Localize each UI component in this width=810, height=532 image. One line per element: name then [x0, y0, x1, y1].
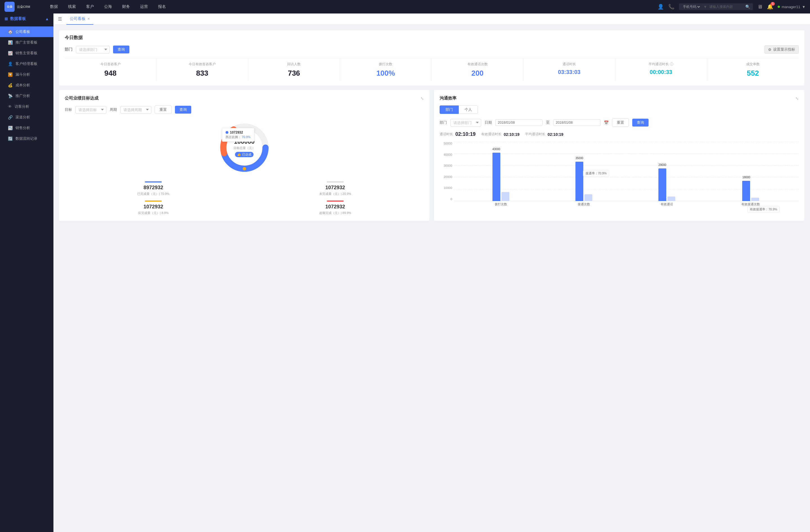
goal-stat-incomplete: 1072932 未完成量（元）| 20.9% [247, 181, 424, 196]
sidebar-item-promo[interactable]: 📡 推广分析 [0, 90, 53, 101]
notification-badge: 5 [771, 2, 775, 6]
goal-expand-icon[interactable]: ⤡ [420, 96, 424, 101]
date-to-input[interactable] [553, 119, 600, 126]
eff-expand-icon[interactable]: ⤡ [795, 96, 799, 101]
nav-ops[interactable]: 运营 [138, 3, 150, 11]
user-profile-icon[interactable]: 👤 [658, 4, 664, 10]
goal-stat-label-3: 超额完成（元）| 89.9% [247, 211, 424, 215]
goal-query-button[interactable]: 查询 [175, 106, 191, 114]
nav-finance[interactable]: 财务 [120, 3, 132, 11]
sidebar-item-data-flow[interactable]: 🔄 数据流转记录 [0, 133, 53, 144]
stat-label-0: 今日首咨客户 [67, 62, 154, 67]
stat-avg-duration: 平均通话时长 ⓘ 00:00:33 [615, 59, 707, 81]
sidebar-label-4: 漏斗分析 [15, 72, 30, 77]
stat-deals: 成交单数 552 [707, 59, 799, 81]
sidebar-icon-4: 🔽 [8, 72, 13, 77]
eff-reset-button[interactable]: 重置 [612, 118, 629, 127]
goal-bar-should [145, 200, 162, 202]
donut-chart: 1072932 所占比例： 70.9% [216, 119, 273, 176]
goal-stat-should-complete: 1072932 应完成量（元）| 8.9% [65, 200, 242, 215]
nav-data[interactable]: 数据 [48, 3, 60, 11]
user-dropdown-icon[interactable]: ▼ [802, 5, 806, 9]
time-stat-avg: 平均通话时长 02:10:19 [525, 132, 563, 137]
stat-value-5: 03:33:03 [526, 69, 613, 76]
top-nav: 云朵 云朵CRM 数据 线索 客户 公海 财务 运营 报名 👤 📞 手机号码 ▼… [0, 0, 810, 14]
tab-company-board[interactable]: 公司看板 ✕ [66, 14, 93, 25]
bar-chart-area: 50000 40000 30000 20000 10000 0 [440, 142, 799, 215]
bar-1b [501, 192, 509, 201]
donut-center-badge: 👍 已达成 [235, 152, 254, 157]
sidebar-item-promo-mgr[interactable]: 📊 推广主管看板 [0, 37, 53, 48]
tab-close-icon[interactable]: ✕ [87, 17, 90, 21]
donut-area: 1072932 所占比例： 70.9% [65, 119, 424, 176]
phone-icon[interactable]: 📞 [668, 4, 675, 10]
goal-reset-button[interactable]: 重置 [155, 105, 172, 114]
bar-label-3a: 29000 [659, 163, 666, 166]
nav-right: 👤 📞 手机号码 ▼ 🔍 🖥 🔔 5 manager11 ▼ [658, 3, 806, 10]
sidebar-label-5: 成本分析 [15, 83, 30, 88]
goal-filter: 目标 请选择目标 周期 请选择周期 重置 查询 [65, 105, 424, 114]
search-type-select[interactable]: 手机号码 [682, 4, 701, 9]
logo-text: 云朵CRM [17, 5, 30, 9]
y-40000: 40000 [443, 153, 452, 156]
sidebar-icon-2: 📈 [8, 51, 13, 55]
sidebar-item-company-board[interactable]: 🏠 公司看板 [0, 27, 53, 37]
tab-bar: ☰ 公司看板 ✕ [53, 14, 810, 25]
eff-dept-label: 部门 [440, 120, 447, 125]
notification-icon[interactable]: 🔔 5 [767, 4, 773, 10]
sidebar-label-10: 数据流转记录 [15, 136, 37, 141]
sidebar-section-header[interactable]: ⊞ 数据看板 ▲ [0, 14, 53, 24]
period-select[interactable]: 请选择周期 [120, 106, 151, 114]
sidebar-item-channel[interactable]: 🔗 渠道分析 [0, 112, 53, 122]
goal-stat-value-3: 1072932 [247, 204, 424, 210]
tooltip-value: 1072932 [230, 131, 243, 134]
goal-stat-label-2: 应完成量（元）| 8.9% [65, 211, 242, 215]
tab-label: 公司看板 [70, 16, 85, 21]
eff-tabs: 部门 个人 [440, 105, 799, 114]
bar-2a [576, 162, 583, 201]
donut-center-label: 目标总量（元） [233, 146, 255, 150]
sidebar-item-account-mgr[interactable]: 👤 客户经理看板 [0, 59, 53, 69]
nav-leads[interactable]: 线索 [66, 3, 78, 11]
nav-enroll[interactable]: 报名 [156, 3, 168, 11]
stat-value-3: 100% [342, 69, 429, 78]
eff-query-button[interactable]: 查询 [632, 119, 649, 127]
stat-value-7: 552 [709, 69, 796, 78]
nav-customers[interactable]: 客户 [84, 3, 96, 11]
goal-bar-exceed [327, 200, 344, 202]
eff-tab-dept[interactable]: 部门 [440, 105, 459, 114]
y-10000: 10000 [443, 186, 452, 189]
sidebar-item-cost[interactable]: 💰 成本分析 [0, 80, 53, 90]
today-query-button[interactable]: 查询 [113, 46, 129, 53]
sidebar-item-visitor[interactable]: 👁 访客分析 [0, 101, 53, 112]
stat-value-0: 948 [67, 69, 154, 78]
tooltip-pct: 70.9% [242, 135, 250, 139]
eff-tab-personal[interactable]: 个人 [459, 105, 478, 114]
dept-select[interactable]: 请选择部门 [76, 46, 110, 53]
dashboard-icon: ⊞ [4, 17, 8, 21]
goal-select[interactable]: 请选择目标 [75, 106, 106, 114]
bar-group-1: 43000 拨打次数 [492, 153, 509, 206]
stat-label-5: 通话时长 [526, 62, 613, 67]
avg-time-label: 平均通话时长 [525, 132, 545, 137]
eff-date-label: 日期 [485, 120, 492, 125]
monitor-icon[interactable]: 🖥 [757, 4, 762, 10]
time-stat-total: 通话时长 02:10:19 [440, 131, 475, 137]
calendar-icon[interactable]: 📅 [604, 120, 609, 125]
nav-public[interactable]: 公海 [102, 3, 114, 11]
sidebar-item-funnel[interactable]: 🔽 漏斗分析 [0, 69, 53, 80]
y-20000: 20000 [443, 175, 452, 179]
sidebar-collapse-icon[interactable]: ▲ [45, 17, 49, 21]
search-submit-icon[interactable]: 🔍 [745, 4, 750, 9]
sidebar-item-sales[interactable]: 📉 销售分析 [0, 122, 53, 133]
sidebar-item-sales-mgr[interactable]: 📈 销售主管看板 [0, 48, 53, 59]
goal-bar-incomplete [327, 181, 344, 182]
eff-dept-select[interactable]: 请选择部门 [450, 119, 481, 127]
search-input[interactable] [709, 5, 743, 9]
today-data-card: 今日数据 部门 请选择部门 查询 ⚙ 设置显示指标 [59, 30, 804, 85]
tab-toggle-icon[interactable]: ☰ [58, 16, 62, 22]
user-info[interactable]: manager11 ▼ [778, 5, 806, 9]
date-from-input[interactable] [495, 119, 542, 126]
goal-panel-header: 公司业绩目标达成 ⤡ [65, 96, 424, 101]
settings-button[interactable]: ⚙ 设置显示指标 [764, 45, 799, 54]
